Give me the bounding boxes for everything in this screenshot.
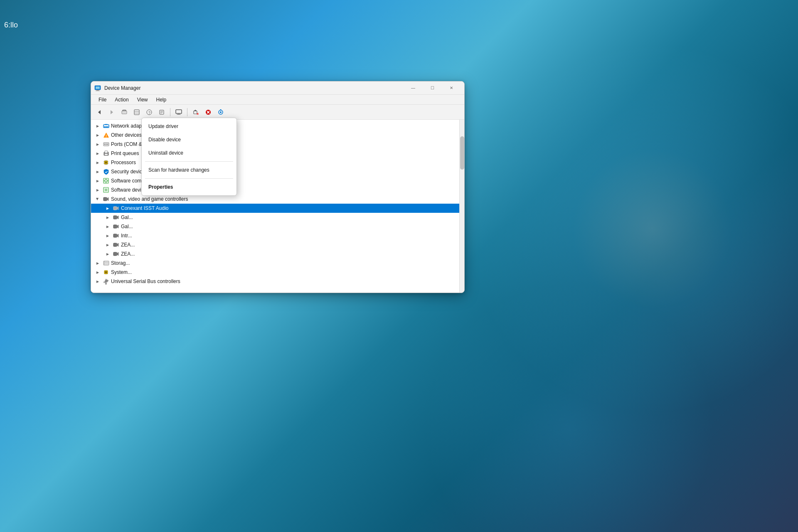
toolbar-monitor-button[interactable] — [173, 106, 185, 118]
icon-zea1 — [113, 241, 119, 248]
tree-item-storage[interactable]: ▶ Storag... — [91, 259, 459, 268]
remove-icon — [205, 109, 211, 115]
chevron-system: ▶ — [94, 269, 101, 276]
svg-rect-18 — [177, 113, 180, 114]
menu-view[interactable]: View — [133, 96, 152, 103]
view-icon — [134, 109, 140, 115]
chevron-network-adapters: ▶ — [94, 123, 101, 129]
svg-marker-5 — [111, 110, 113, 114]
icon-intel — [113, 232, 119, 239]
chevron-print-queues: ▶ — [94, 150, 101, 157]
add-icon: × — [193, 109, 199, 115]
tree-item-usb[interactable]: ▶ Universal Serial Bus controllers — [91, 277, 459, 286]
desktop: 6:llo Device Manager — ☐ ✕ F — [0, 0, 798, 532]
icon-software-devices — [103, 187, 109, 193]
toolbar-scan-button[interactable] — [215, 106, 227, 118]
svg-text:!: ! — [106, 134, 107, 138]
svg-marker-21 — [194, 110, 197, 111]
svg-point-34 — [107, 126, 108, 128]
svg-rect-19 — [177, 114, 181, 115]
monitor-icon — [175, 109, 182, 115]
icon-network-adapters — [103, 123, 109, 129]
chevron-storage: ▶ — [94, 260, 101, 266]
chevron-software-devices: ▶ — [94, 187, 101, 193]
toolbar-separator-1 — [170, 108, 170, 116]
chevron-conexant: ▶ — [104, 205, 111, 212]
svg-rect-62 — [103, 197, 107, 201]
window-icon — [94, 85, 101, 91]
svg-rect-1 — [96, 86, 100, 89]
chevron-gal1: ▶ — [104, 214, 111, 221]
svg-rect-42 — [105, 151, 108, 153]
tree-item-sound-video[interactable]: ▶ Sound, video and game controllers — [91, 195, 459, 204]
svg-marker-29 — [220, 109, 222, 110]
menu-action[interactable]: Action — [111, 96, 133, 103]
tree-item-gal2[interactable]: ▶ Gal... — [91, 222, 459, 231]
tree-item-conexant[interactable]: ▶ Conexant ISST Audio — [91, 204, 459, 213]
vertical-scrollbar[interactable] — [459, 120, 464, 293]
svg-rect-2 — [96, 90, 99, 91]
icon-system — [103, 269, 109, 276]
context-menu-item-uninstall-device[interactable]: Uninstall device — [142, 146, 236, 160]
tree-label-print-queues: Print queues — [111, 150, 139, 156]
svg-rect-7 — [122, 111, 127, 114]
tree-label-usb: Universal Serial Bus controllers — [111, 278, 180, 284]
icon-software-components — [103, 177, 109, 184]
icon-storage — [103, 260, 109, 266]
svg-text:?: ? — [148, 111, 150, 115]
svg-point-71 — [104, 261, 105, 262]
tree-label-storage: Storag... — [111, 260, 130, 266]
up-icon — [121, 109, 127, 115]
svg-point-32 — [104, 126, 105, 128]
toolbar-properties-button[interactable] — [156, 106, 167, 118]
context-menu-item-scan-hardware[interactable]: Scan for hardware changes — [142, 163, 236, 177]
tree-label-gal2: Gal... — [121, 224, 133, 229]
window-title: Device Manager — [104, 85, 404, 91]
minimize-button[interactable]: — — [404, 81, 423, 95]
menu-file[interactable]: File — [94, 96, 111, 103]
svg-point-33 — [106, 126, 107, 128]
toolbar-view-button[interactable] — [131, 106, 143, 118]
svg-point-27 — [220, 111, 222, 113]
tree-label-processors: Processors — [111, 160, 136, 165]
toolbar-help-button[interactable]: ? — [143, 106, 155, 118]
svg-point-39 — [106, 144, 106, 145]
svg-rect-17 — [176, 110, 182, 113]
toolbar-up-button[interactable] — [118, 106, 130, 118]
icon-usb — [103, 278, 109, 285]
tree-item-zea1[interactable]: ▶ ZEA... — [91, 240, 459, 249]
tree-item-intel[interactable]: ▶ Intr... — [91, 231, 459, 240]
chevron-zea2: ▶ — [104, 251, 111, 257]
maximize-button[interactable]: ☐ — [423, 81, 442, 95]
context-menu-separator-1 — [145, 161, 233, 162]
context-menu-item-properties[interactable]: Properties — [142, 180, 236, 194]
window-controls: — ☐ ✕ — [404, 81, 461, 95]
tree-item-gal1[interactable]: ▶ Gal... — [91, 213, 459, 222]
svg-rect-3 — [96, 91, 100, 91]
scrollbar-thumb[interactable] — [460, 136, 464, 170]
context-menu-item-update-driver[interactable]: Update driver — [142, 120, 236, 133]
context-menu-item-disable-device[interactable]: Disable device — [142, 133, 236, 146]
toolbar-remove-button[interactable] — [202, 106, 214, 118]
chevron-gal2: ▶ — [104, 223, 111, 230]
icon-gal1 — [113, 214, 119, 221]
icon-conexant — [113, 205, 119, 212]
tree-label-gal1: Gal... — [121, 214, 133, 220]
scan-icon — [218, 109, 224, 115]
tree-item-zea2[interactable]: ▶ ZEA... — [91, 249, 459, 259]
toolbar-forward-button[interactable] — [106, 106, 118, 118]
toolbar-separator-2 — [187, 108, 187, 116]
close-button[interactable]: ✕ — [442, 81, 461, 95]
chevron-zea1: ▶ — [104, 241, 111, 248]
chevron-sound-video: ▶ — [94, 196, 101, 202]
toolbar-back-button[interactable] — [94, 106, 105, 118]
tree-item-system[interactable]: ▶ System... — [91, 268, 459, 277]
svg-point-72 — [104, 264, 105, 264]
chevron-ports: ▶ — [94, 141, 101, 148]
chevron-intel: ▶ — [104, 232, 111, 239]
menu-bar: File Action View Help — [91, 95, 464, 105]
icon-ports — [103, 141, 109, 148]
svg-rect-63 — [113, 207, 117, 210]
toolbar-add-button[interactable]: × — [190, 106, 202, 118]
menu-help[interactable]: Help — [152, 96, 171, 103]
